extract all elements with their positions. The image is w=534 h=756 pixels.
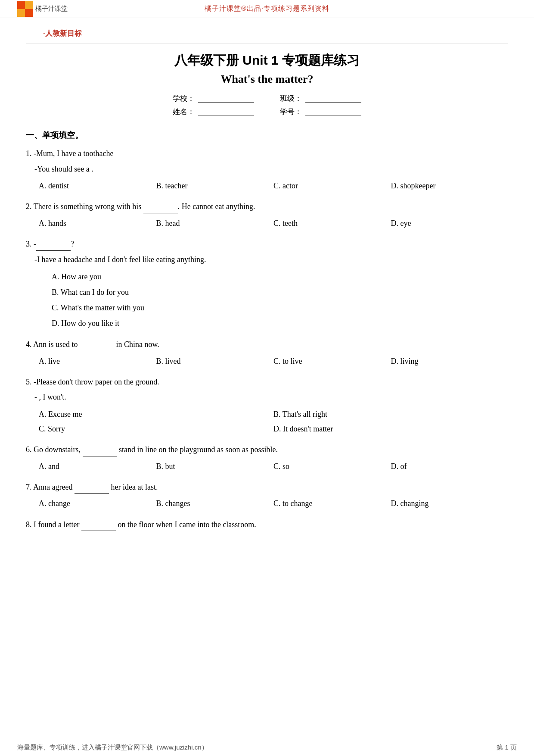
q7-opt-a: A. change (39, 496, 156, 511)
q3-opt-a: A. How are you (52, 269, 508, 284)
q2-text: 2. There is something wrong with his . H… (26, 200, 508, 213)
q5-opt-c: C. Sorry (39, 422, 273, 436)
school-field: 学校： (173, 94, 254, 103)
q1-text: 1. -Mum, I have a toothache (26, 147, 508, 160)
question-5: 5. -Please don't throw paper on the grou… (26, 375, 508, 436)
info-row-1: 学校： 班级： (173, 94, 361, 103)
svg-rect-2 (17, 9, 25, 17)
q4-opt-c: C. to live (273, 354, 391, 369)
q7-options: A. change B. changes C. to change D. cha… (26, 496, 508, 511)
school-line (198, 95, 254, 103)
q1-subtext: -You should see a . (26, 162, 508, 176)
header-title: 橘子汁课堂®出品·专项练习题系列资料 (205, 4, 329, 13)
q3-opt-d: D. How do you like it (52, 316, 508, 331)
q1-opt-d: D. shopkeeper (391, 178, 509, 193)
sub-title: What's the matter? (26, 73, 508, 86)
class-line (305, 95, 361, 103)
header: 橘子汁课堂 橘子汁课堂®出品·专项练习题系列资料 (0, 0, 534, 18)
svg-rect-3 (25, 9, 33, 17)
svg-rect-1 (25, 1, 33, 9)
q6-opt-d: D. of (391, 459, 509, 474)
q7-blank (75, 486, 109, 494)
q5-opt-b: B. That's all right (273, 407, 508, 422)
info-fields: 学校： 班级： 姓名： 学号： (26, 94, 508, 117)
q2-options: A. hands B. head C. teeth D. eye (26, 216, 508, 231)
q4-opt-b: B. lived (156, 354, 274, 369)
footer-right: 第 1 页 (497, 744, 517, 752)
q1-opt-b: B. teacher (156, 178, 274, 193)
q8-text: 8. I found a letter on the floor when I … (26, 518, 508, 531)
info-row-2: 姓名： 学号： (173, 107, 361, 117)
q3-blank (36, 243, 71, 251)
q5-options: A. Excuse me B. That's all right C. Sorr… (26, 407, 508, 436)
content: ·人教新目标 八年级下册 Unit 1 专项题库练习 What's the ma… (0, 18, 534, 564)
svg-rect-0 (17, 1, 25, 9)
footer-left: 海量题库、专项训练，进入橘子汁课堂官网下载（www.juzizhi.cn） (17, 744, 208, 752)
page: 橘子汁课堂 橘子汁课堂®出品·专项练习题系列资料 ·人教新目标 八年级下册 Un… (0, 0, 534, 756)
q6-text: 6. Go downstairs, stand in line on the p… (26, 443, 508, 456)
class-field: 班级： (280, 94, 361, 103)
q4-opt-a: A. live (39, 354, 156, 369)
q5-opt-a: A. Excuse me (39, 407, 273, 422)
main-title: 八年级下册 Unit 1 专项题库练习 (26, 52, 508, 69)
name-field: 姓名： (173, 107, 254, 117)
question-1: 1. -Mum, I have a toothache -You should … (26, 147, 508, 193)
q3-subtext: -I have a headache and I don't feel like… (26, 253, 508, 266)
divider (26, 44, 508, 44)
q6-opt-a: A. and (39, 459, 156, 474)
q2-opt-b: B. head (156, 216, 274, 231)
q2-opt-a: A. hands (39, 216, 156, 231)
id-line (305, 108, 361, 116)
question-7: 7. Anna agreed her idea at last. A. chan… (26, 481, 508, 511)
q5-text: 5. -Please don't throw paper on the grou… (26, 375, 508, 389)
question-4: 4. Ann is used to in China now. A. live … (26, 338, 508, 369)
q7-opt-d: D. changing (391, 496, 509, 511)
q2-blank (143, 206, 178, 213)
logo-icon (17, 1, 33, 17)
q6-blank (83, 449, 117, 456)
q6-opt-b: B. but (156, 459, 274, 474)
q3-options: A. How are you B. What can I do for you … (26, 269, 508, 331)
q4-blank (80, 344, 114, 351)
q7-opt-b: B. changes (156, 496, 274, 511)
logo-text: 橘子汁课堂 (35, 5, 68, 13)
brand-subtitle: ·人教新目标 (26, 22, 508, 41)
name-line (198, 108, 254, 116)
q3-opt-c: C. What's the matter with you (52, 300, 508, 316)
q2-opt-c: C. teeth (273, 216, 391, 231)
id-field: 学号： (280, 107, 361, 117)
q1-opt-a: A. dentist (39, 178, 156, 193)
footer: 海量题库、专项训练，进入橘子汁课堂官网下载（www.juzizhi.cn） 第 … (0, 739, 534, 756)
q7-text: 7. Anna agreed her idea at last. (26, 481, 508, 494)
q3-opt-b: B. What can I do for you (52, 284, 508, 300)
q4-opt-d: D. living (391, 354, 509, 369)
q4-text: 4. Ann is used to in China now. (26, 338, 508, 351)
q7-opt-c: C. to change (273, 496, 391, 511)
q6-opt-c: C. so (273, 459, 391, 474)
q1-opt-c: C. actor (273, 178, 391, 193)
q3-text: 3. -? (26, 237, 508, 251)
q8-blank (81, 523, 116, 531)
q2-opt-d: D. eye (391, 216, 509, 231)
logo: 橘子汁课堂 (17, 1, 68, 17)
q6-options: A. and B. but C. so D. of (26, 459, 508, 474)
q4-options: A. live B. lived C. to live D. living (26, 354, 508, 369)
question-2: 2. There is something wrong with his . H… (26, 200, 508, 231)
question-6: 6. Go downstairs, stand in line on the p… (26, 443, 508, 474)
question-8: 8. I found a letter on the floor when I … (26, 518, 508, 531)
section1-header: 一、单项填空。 (26, 130, 508, 141)
q1-options: A. dentist B. teacher C. actor D. shopke… (26, 178, 508, 193)
q5-opt-d: D. It doesn't matter (273, 422, 508, 436)
question-3: 3. -? -I have a headache and I don't fee… (26, 237, 508, 331)
q5-subtext: - , I won't. (26, 390, 508, 404)
